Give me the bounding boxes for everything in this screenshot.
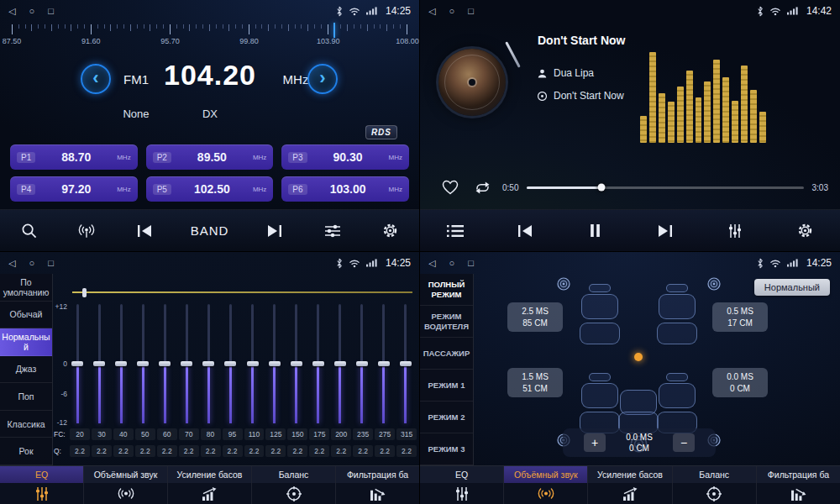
tab-surround[interactable]: Объёмный звук xyxy=(84,466,168,504)
progress-slider[interactable] xyxy=(527,186,803,189)
tune-down-button[interactable]: ‹ xyxy=(81,64,111,94)
eq-slider-handle[interactable] xyxy=(291,361,302,366)
eq-slider-handle[interactable] xyxy=(400,361,412,366)
recents-icon[interactable]: □ xyxy=(468,7,474,16)
frequency-ruler[interactable]: 87.5091.6095.7099.80103.90108.00 xyxy=(12,24,407,55)
home-icon[interactable]: ○ xyxy=(29,259,34,268)
eq-slider-handle[interactable] xyxy=(71,361,83,366)
recents-icon[interactable]: □ xyxy=(468,259,474,268)
next-track-button[interactable] xyxy=(654,225,677,237)
eq-band-slider[interactable] xyxy=(332,304,349,423)
rear-left-delay[interactable]: 1.5 MS 51 CM xyxy=(507,368,563,397)
tab-eq[interactable]: EQ xyxy=(0,466,84,504)
eq-slider-handle[interactable] xyxy=(137,361,149,366)
tab-filter[interactable]: Фильтрация ба xyxy=(757,466,840,504)
master-level-slider[interactable] xyxy=(72,287,412,297)
album-art[interactable] xyxy=(438,49,506,116)
eq-band-slider[interactable] xyxy=(266,304,283,423)
eq-band-slider[interactable] xyxy=(310,304,327,423)
band-button[interactable]: BAND xyxy=(191,223,229,238)
tab-balance[interactable]: Баланс xyxy=(673,466,757,504)
increase-delay-button[interactable]: + xyxy=(584,433,606,452)
eq-slider-handle[interactable] xyxy=(115,361,127,366)
eq-band-slider[interactable] xyxy=(69,304,86,423)
favorite-button[interactable] xyxy=(438,180,462,195)
eq-band-slider[interactable] xyxy=(288,304,305,423)
tab-eq[interactable]: EQ xyxy=(420,466,504,504)
eq-preset-item[interactable]: Поп xyxy=(0,383,52,411)
tab-bass-boost[interactable]: Усиление басов xyxy=(588,466,672,504)
stations-button[interactable] xyxy=(75,223,98,239)
audio-settings-button[interactable] xyxy=(321,224,344,238)
preset-button-p4[interactable]: P497.20MHz xyxy=(10,176,138,202)
eq-band-slider[interactable] xyxy=(397,304,414,423)
eq-preset-item[interactable]: Обычай xyxy=(0,302,52,329)
eq-slider-handle[interactable] xyxy=(334,361,346,366)
eq-slider-handle[interactable] xyxy=(378,361,390,366)
tab-surround[interactable]: Объёмный звук xyxy=(504,466,588,504)
eq-preset-item[interactable]: По умолчанию xyxy=(0,274,52,302)
front-right-delay[interactable]: 0.5 MS 17 CM xyxy=(712,302,768,332)
profile-button[interactable]: Нормальный xyxy=(754,279,830,296)
driver-seat[interactable] xyxy=(580,284,620,344)
tab-balance[interactable]: Баланс xyxy=(252,466,336,504)
eq-slider-handle[interactable] xyxy=(181,361,192,366)
master-slider-handle[interactable] xyxy=(82,288,87,297)
recents-icon[interactable]: □ xyxy=(48,259,54,268)
progress-knob[interactable] xyxy=(598,184,606,192)
eq-slider-handle[interactable] xyxy=(356,361,368,366)
settings-button[interactable] xyxy=(793,223,816,239)
eq-preset-item[interactable]: Нормальный xyxy=(0,328,52,356)
listening-mode-item[interactable]: РЕЖИМ ВОДИТЕЛЯ xyxy=(420,306,473,338)
eq-band-slider[interactable] xyxy=(222,304,239,423)
decrease-delay-button[interactable]: − xyxy=(673,433,695,452)
rear-middle-seat[interactable] xyxy=(618,380,659,433)
eq-band-slider[interactable] xyxy=(156,304,173,423)
repeat-button[interactable] xyxy=(470,181,494,194)
eq-slider-handle[interactable] xyxy=(93,361,105,366)
eq-button[interactable] xyxy=(723,223,747,239)
next-station-button[interactable] xyxy=(263,225,286,237)
listening-mode-item[interactable]: ПОЛНЫЙ РЕЖИМ xyxy=(420,274,473,306)
preset-button-p5[interactable]: P5102.50MHz xyxy=(146,176,274,202)
eq-slider-handle[interactable] xyxy=(202,361,214,366)
rear-left-seat[interactable] xyxy=(580,373,620,433)
back-icon[interactable]: ◁ xyxy=(428,7,435,16)
tab-filter[interactable]: Фильтрация ба xyxy=(336,466,419,504)
eq-band-slider[interactable] xyxy=(354,304,370,423)
back-icon[interactable]: ◁ xyxy=(8,259,15,268)
listening-mode-item[interactable]: РЕЖИМ 3 xyxy=(420,433,473,465)
tab-bass-boost[interactable]: Усиление басов xyxy=(168,466,252,504)
recents-icon[interactable]: □ xyxy=(48,7,54,16)
eq-band-slider[interactable] xyxy=(244,304,261,423)
previous-track-button[interactable] xyxy=(513,225,537,237)
preset-button-p6[interactable]: P6103.00MHz xyxy=(281,176,409,202)
listening-mode-item[interactable]: ПАССАЖИР xyxy=(420,338,473,370)
home-icon[interactable]: ○ xyxy=(449,259,454,268)
preset-button-p1[interactable]: P188.70MHz xyxy=(10,144,138,170)
home-icon[interactable]: ○ xyxy=(449,7,454,16)
tune-up-button[interactable]: › xyxy=(307,64,338,94)
eq-slider-handle[interactable] xyxy=(312,361,324,366)
eq-preset-item[interactable]: Джаз xyxy=(0,356,52,384)
eq-slider-handle[interactable] xyxy=(224,361,236,366)
home-icon[interactable]: ○ xyxy=(29,7,34,16)
rear-right-seat[interactable] xyxy=(657,373,697,433)
previous-station-button[interactable] xyxy=(133,225,156,237)
eq-preset-item[interactable]: Классика xyxy=(0,411,52,438)
back-icon[interactable]: ◁ xyxy=(428,259,435,268)
listening-mode-item[interactable]: РЕЖИМ 1 xyxy=(420,370,473,402)
pause-button[interactable] xyxy=(583,224,606,237)
back-icon[interactable]: ◁ xyxy=(8,7,15,16)
eq-band-slider[interactable] xyxy=(178,304,195,423)
eq-slider-handle[interactable] xyxy=(269,361,281,366)
eq-slider-handle[interactable] xyxy=(247,361,259,366)
eq-preset-item[interactable]: Рок xyxy=(0,438,52,465)
listening-mode-item[interactable]: РЕЖИМ 2 xyxy=(420,402,473,433)
eq-band-slider[interactable] xyxy=(375,304,392,423)
eq-band-slider[interactable] xyxy=(113,304,129,423)
eq-band-slider[interactable] xyxy=(91,304,108,423)
preset-button-p3[interactable]: P390.30MHz xyxy=(281,144,409,170)
preset-button-p2[interactable]: P289.50MHz xyxy=(146,144,274,170)
eq-slider-handle[interactable] xyxy=(159,361,171,366)
